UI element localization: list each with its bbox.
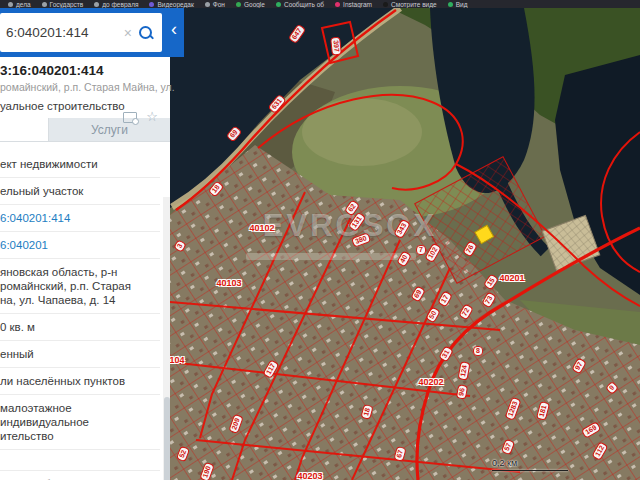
parcel-header: 3:16:040201:414 ромайнский, р.п. Старая … <box>0 57 170 112</box>
quarter-label[interactable]: 40104 <box>170 356 185 365</box>
satellite-imagery <box>170 8 640 480</box>
row-text: яновская область, р-н <box>0 265 156 279</box>
parcel-address-subtitle: ромайнский, р.п. Старая Майна, ул. <box>0 81 160 93</box>
search-icon[interactable] <box>138 25 154 41</box>
bookmark-favicon <box>276 2 281 7</box>
search-box[interactable]: 6:040201:414 × <box>0 13 162 52</box>
row-text: ительство <box>0 429 156 443</box>
bookmark-favicon <box>94 2 99 7</box>
bookmark-item[interactable]: Google <box>236 1 265 8</box>
bookmark-label: до февраля <box>102 1 138 8</box>
tab-info[interactable] <box>0 118 49 141</box>
sidebar-row: малоэтажное индивидуальноеительство <box>0 395 160 450</box>
sidebar-row: яновская область, р-нромайнский, р.п. Ст… <box>0 259 160 314</box>
sidebar-row: ект недвижимости <box>0 151 160 178</box>
quarter-label[interactable]: 40203 <box>297 472 322 480</box>
pkk-cadastral-map-app: делаГосударствдо февраляВидеоредакФонGoo… <box>0 0 640 480</box>
row-text: ельный участок <box>0 184 156 198</box>
quarter-label[interactable]: 40102 <box>249 224 274 233</box>
bookmark-favicon <box>205 2 210 7</box>
sidebar-row: енный <box>0 341 160 368</box>
sidebar-scrollbar[interactable] <box>163 197 170 480</box>
cadastral-link[interactable]: 6:040201 <box>0 238 156 252</box>
parcel-label[interactable]: 397 <box>330 37 342 56</box>
parcel-attributes-list: ект недвижимостиельный участок6:040201:4… <box>0 151 160 480</box>
sidebar-row <box>0 450 160 471</box>
bookmark-favicon <box>42 2 47 7</box>
bookmark-item[interactable]: Instagram <box>335 1 372 8</box>
sidebar-row[interactable]: 6:040201 <box>0 232 160 259</box>
map-canvas[interactable]: EVRGSOX 64739763169184010240103621313803… <box>170 8 640 480</box>
preview-on-map-icon[interactable] <box>123 112 137 123</box>
cadastral-number: 3:16:040201:414 <box>0 63 160 78</box>
bookmark-label: Фон <box>213 1 225 8</box>
quarter-label[interactable]: 40103 <box>216 279 241 288</box>
sidebar-row[interactable]: 6:040201:414 <box>0 205 160 232</box>
bookmark-label: Смотрите виде <box>391 1 437 8</box>
bookmark-label: Instagram <box>343 1 372 8</box>
search-input[interactable]: 6:040201:414 <box>0 25 118 40</box>
favorite-star-icon[interactable]: ☆ <box>146 111 158 123</box>
row-text: енный <box>0 347 156 361</box>
parcel-label[interactable]: 8 <box>473 346 483 356</box>
clear-search-icon[interactable]: × <box>118 25 138 41</box>
bookmark-label: дела <box>16 1 31 8</box>
sidebar-row: 0 кв. м <box>0 314 160 341</box>
bookmark-item[interactable]: дела <box>8 1 31 8</box>
bookmark-favicon <box>335 2 340 7</box>
watermark-subtitle-strip <box>246 253 416 260</box>
sidebar: 3:16:040201:414 ромайнский, р.п. Старая … <box>0 57 170 480</box>
bookmarks-bar: делаГосударствдо февраляВидеоредакФонGoo… <box>0 0 640 8</box>
row-text: ромайнский, р.п. Старая <box>0 279 156 293</box>
map-scale: 0,2 км <box>492 458 568 471</box>
bookmark-item[interactable]: Видеоредак <box>149 1 193 8</box>
bookmark-label: Сообщить об <box>284 1 324 8</box>
sidebar-row: ельный участок <box>0 178 160 205</box>
bookmark-favicon <box>448 2 453 7</box>
scale-bar <box>492 470 568 471</box>
quarter-label[interactable]: 40202 <box>418 378 443 387</box>
bookmark-favicon <box>149 2 154 7</box>
row-text: 0 кв. м <box>0 320 156 334</box>
bookmark-item[interactable]: Вид <box>448 1 468 8</box>
bookmark-favicon <box>8 2 13 7</box>
bookmark-favicon <box>236 2 241 7</box>
bookmark-label: Google <box>244 1 265 8</box>
bookmark-item[interactable]: до февраля <box>94 1 138 8</box>
scale-label: 0,2 км <box>492 458 568 468</box>
parcel-label[interactable]: 7 <box>416 245 426 255</box>
bookmark-favicon <box>383 2 388 7</box>
header-icons: ☆ <box>123 111 158 123</box>
bookmark-label: Вид <box>456 1 468 8</box>
bookmark-item[interactable]: Смотрите виде <box>383 1 437 8</box>
bookmark-label: Государств <box>50 1 84 8</box>
sidebar-row: 265,4 руб. <box>0 471 160 480</box>
bookmark-label: Видеоредак <box>157 1 193 8</box>
bookmark-item[interactable]: Сообщить об <box>276 1 324 8</box>
row-text: на, ул. Чапаева, д. 14 <box>0 293 156 307</box>
bookmark-item[interactable]: Фон <box>205 1 225 8</box>
sidebar-collapse-chevron-icon[interactable]: ‹ <box>167 18 181 40</box>
row-text: ект недвижимости <box>0 157 156 171</box>
sidebar-row: ли населённых пунктов <box>0 368 160 395</box>
scrollbar-thumb[interactable] <box>164 397 170 480</box>
bookmark-item[interactable]: Государств <box>42 1 84 8</box>
cadastral-link[interactable]: 6:040201:414 <box>0 211 156 225</box>
row-text: малоэтажное индивидуальное <box>0 401 156 429</box>
quarter-label[interactable]: 40201 <box>499 274 524 283</box>
row-text: ли населённых пунктов <box>0 374 156 388</box>
